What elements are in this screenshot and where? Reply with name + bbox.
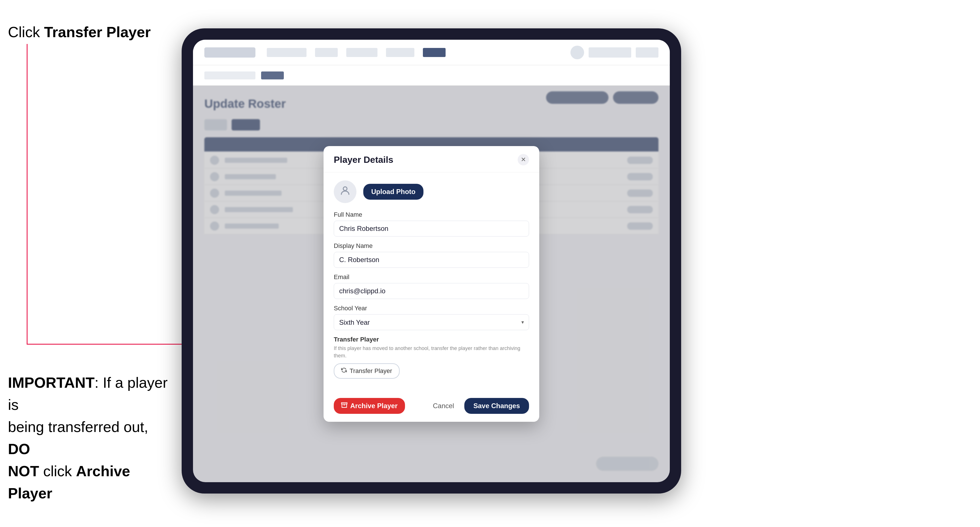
- transfer-section-label: Transfer Player: [334, 336, 529, 343]
- email-input[interactable]: [334, 283, 529, 299]
- transfer-btn-label: Transfer Player: [350, 367, 392, 375]
- instruction-important: IMPORTANT: [8, 375, 94, 391]
- header-btn-2: [636, 48, 659, 57]
- svg-point-0: [343, 187, 347, 190]
- modal-overlay: Player Details ✕: [193, 86, 670, 482]
- transfer-player-button[interactable]: Transfer Player: [334, 364, 399, 379]
- instruction-do-not: DONOT: [8, 441, 39, 479]
- instruction-bottom: IMPORTANT: If a player isbeing transferr…: [8, 371, 173, 504]
- instruction-top-bold: Transfer Player: [44, 24, 151, 40]
- app-logo: [204, 48, 255, 57]
- upload-photo-button[interactable]: Upload Photo: [363, 184, 423, 200]
- transfer-icon: [341, 367, 347, 375]
- app-header: [193, 40, 670, 65]
- full-name-input[interactable]: [334, 221, 529, 237]
- cancel-button[interactable]: Cancel: [427, 398, 460, 414]
- close-icon: ✕: [521, 156, 526, 163]
- school-year-select-wrapper: First Year Second Year Third Year Fourth…: [334, 314, 529, 330]
- nav-items: [267, 48, 559, 57]
- school-year-label: School Year: [334, 305, 529, 312]
- nav-item-more: [423, 48, 445, 57]
- email-group: Email: [334, 273, 529, 299]
- modal-close-button[interactable]: ✕: [518, 154, 529, 165]
- modal-title: Player Details: [334, 155, 393, 165]
- modal-header: Player Details ✕: [323, 146, 539, 173]
- instruction-top: Click Transfer Player: [8, 23, 151, 42]
- main-content: Update Roster: [193, 86, 670, 482]
- tablet-screen: Update Roster: [193, 40, 670, 482]
- display-name-input[interactable]: [334, 252, 529, 268]
- nav-item-clubhouse: [267, 48, 307, 57]
- email-label: Email: [334, 273, 529, 281]
- header-btn-1: [589, 48, 631, 57]
- transfer-section: Transfer Player If this player has moved…: [334, 336, 529, 378]
- red-line-vertical: [27, 44, 27, 344]
- tablet-device: Update Roster: [181, 29, 681, 494]
- modal-body: Upload Photo Full Name Display Name: [323, 173, 539, 392]
- avatar-circle: [334, 180, 356, 203]
- nav-item-shoot: [386, 48, 414, 57]
- archive-btn-label: Archive Player: [350, 402, 398, 410]
- header-right: [570, 46, 659, 59]
- full-name-label: Full Name: [334, 211, 529, 218]
- svg-rect-1: [341, 403, 347, 404]
- instruction-top-click: Click: [8, 24, 40, 40]
- header-avatar: [570, 46, 584, 59]
- save-changes-button[interactable]: Save Changes: [464, 398, 529, 414]
- display-name-group: Display Name: [334, 242, 529, 268]
- nav-item-schedule: [346, 48, 377, 57]
- sub-header: [193, 65, 670, 86]
- sub-header-item-1: [204, 71, 255, 79]
- archive-icon: [341, 402, 347, 410]
- modal-footer: Archive Player Cancel Save Changes: [323, 392, 539, 422]
- nav-item-team: [315, 48, 338, 57]
- transfer-description: If this player has moved to another scho…: [334, 345, 529, 359]
- sub-header-item-active: [261, 71, 284, 79]
- full-name-group: Full Name: [334, 211, 529, 237]
- school-year-select[interactable]: First Year Second Year Third Year Fourth…: [334, 314, 529, 330]
- player-details-modal: Player Details ✕: [323, 146, 539, 422]
- avatar-icon: [339, 185, 351, 199]
- upload-area: Upload Photo: [334, 180, 529, 203]
- archive-player-button[interactable]: Archive Player: [334, 398, 405, 414]
- display-name-label: Display Name: [334, 242, 529, 249]
- school-year-group: School Year First Year Second Year Third…: [334, 305, 529, 330]
